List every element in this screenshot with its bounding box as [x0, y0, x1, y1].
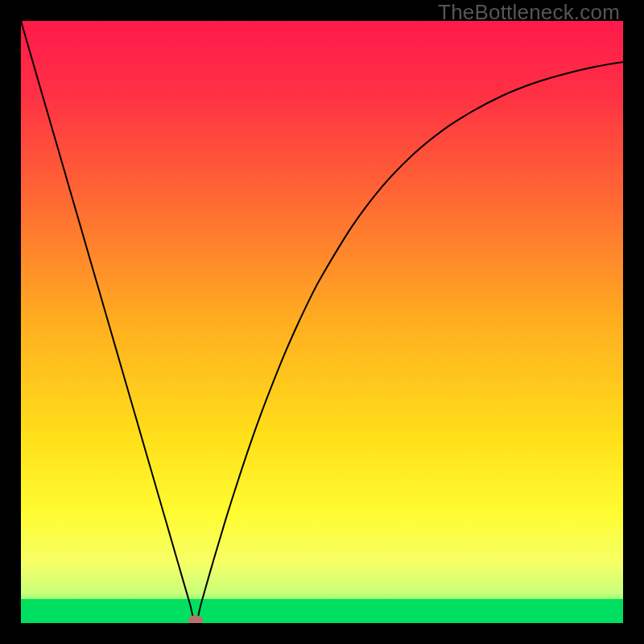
plot-area — [21, 21, 623, 623]
gradient-background — [21, 21, 623, 623]
chart-svg — [21, 21, 623, 623]
green-band — [21, 599, 623, 623]
chart-frame: TheBottleneck.com — [0, 0, 644, 644]
